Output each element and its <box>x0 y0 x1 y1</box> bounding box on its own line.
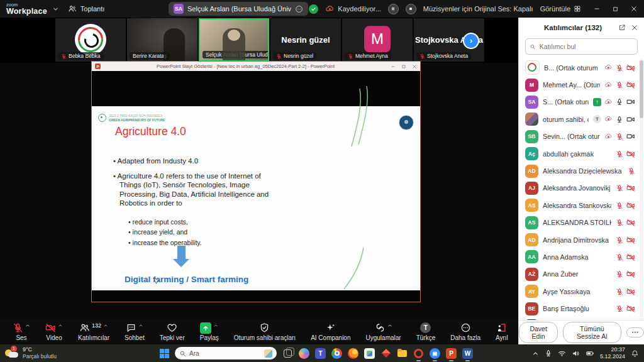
participant-row[interactable]: BE Barış Ertaşoğlu <box>519 300 644 317</box>
powerpoint-taskbar-icon[interactable]: P <box>446 348 457 359</box>
mic-on-icon <box>616 98 623 106</box>
slide-sub-bullets: • reduce input costs, • increase yield, … <box>128 217 202 248</box>
view-button[interactable]: Görüntüle <box>540 5 581 13</box>
minimize-icon[interactable] <box>593 5 601 13</box>
chat-button[interactable]: Sohbet <box>125 322 145 341</box>
participant-row[interactable]: B... (Ortak oturum sahibi, ben) <box>519 59 644 76</box>
teams-icon[interactable]: T <box>315 348 326 359</box>
host-tools-button[interactable]: Oturum sahibi araçları <box>234 322 296 341</box>
zoom-app-icon[interactable]: ▣ <box>430 348 440 359</box>
chevron-up-icon[interactable] <box>387 323 392 328</box>
more-button[interactable]: Daha fazla <box>450 322 480 341</box>
minimize-icon[interactable] <box>391 64 396 69</box>
video-button[interactable]: Video <box>45 322 63 341</box>
participant-row[interactable]: Aç abdullah çakmak <box>519 145 644 162</box>
video-tile-nesrin[interactable]: Nesrin güzel Nesrin güzel <box>270 18 341 62</box>
video-tile-bebka[interactable]: Bebka Bebka <box>55 18 126 62</box>
mic-muted-icon <box>616 133 623 140</box>
next-videos-button[interactable]: › <box>463 33 479 49</box>
participant-search[interactable] <box>525 38 638 55</box>
ai-companion-button[interactable]: AI Companion <box>311 322 350 341</box>
start-button[interactable] <box>160 349 169 358</box>
powerpoint-icon: P <box>95 63 101 69</box>
avatar: Aç <box>525 147 538 160</box>
ellipsis-icon[interactable] <box>295 5 303 13</box>
photos-app-icon[interactable] <box>364 348 375 359</box>
powerpoint-window[interactable]: P PowerPoint Slayt Gösterisi - [New tec … <box>91 61 421 302</box>
mute-all-button[interactable]: Tümünü Sessize Al <box>563 322 621 343</box>
word-taskbar-icon[interactable]: W <box>462 348 473 359</box>
participant-row[interactable]: AJ Aleksandra Jovanovikj <box>519 180 644 197</box>
maximize-icon[interactable] <box>401 64 406 69</box>
task-view-icon[interactable] <box>282 348 293 359</box>
volume-icon[interactable] <box>572 349 580 358</box>
notification-bell-icon[interactable] <box>631 349 639 358</box>
mic-muted-icon <box>348 53 353 59</box>
chevron-up-icon[interactable] <box>25 323 30 328</box>
tab-meeting[interactable]: Toplantı <box>68 4 105 13</box>
diamond-app-icon[interactable] <box>380 348 391 359</box>
camera-muted-icon <box>626 236 635 244</box>
chevron-up-icon[interactable] <box>138 323 143 328</box>
chevron-down-icon[interactable] <box>52 6 59 13</box>
recording-icon <box>604 81 613 89</box>
tray-chevron-icon[interactable] <box>532 350 539 357</box>
video-tile-selcuk-active-speaker[interactable]: Selçuk Arslan (Bursa Ulud... <box>199 18 269 62</box>
stop-recording-button[interactable] <box>406 4 416 14</box>
mic-muted-icon <box>616 305 623 312</box>
participants-list[interactable]: B... (Ortak oturum sahibi, ben) M Mehmet… <box>519 59 644 320</box>
participant-row[interactable]: AY Ayşe Yassıkaya <box>519 283 644 300</box>
taskbar-search[interactable]: Ara <box>175 347 277 359</box>
popout-icon[interactable] <box>618 24 626 31</box>
clock[interactable]: 20:37 5.12.2024 <box>600 346 625 360</box>
close-icon[interactable] <box>412 64 417 69</box>
invite-button[interactable]: Davet Edin <box>519 322 558 343</box>
opera-icon[interactable] <box>413 348 424 359</box>
participant-row[interactable]: AA Anna Adamska <box>519 248 644 265</box>
chrome-icon[interactable] <box>331 348 342 359</box>
participant-row[interactable]: oturum sahibi, çevirmen) T <box>519 111 644 128</box>
react-button[interactable]: Tepki ver <box>160 322 185 341</box>
close-icon[interactable] <box>630 5 638 13</box>
battery-icon[interactable] <box>586 349 594 358</box>
chevron-up-icon[interactable] <box>103 323 108 328</box>
participant-row[interactable]: AD Andrijana Dimitrovska <box>519 231 644 248</box>
pause-recording-button[interactable] <box>388 4 399 14</box>
video-tile-berire[interactable]: Berire Karataş <box>127 18 197 62</box>
search-input[interactable] <box>538 42 633 51</box>
participants-button[interactable]: 132 Katılımcılar <box>78 322 109 341</box>
camera-muted-icon <box>626 304 635 313</box>
participant-row[interactable]: AD Aleksandra Dzięcielewska <box>519 162 644 179</box>
file-explorer-icon[interactable] <box>397 348 408 359</box>
tray-mic-icon[interactable] <box>545 349 552 357</box>
close-icon[interactable] <box>631 24 638 31</box>
security-shield-icon[interactable] <box>309 4 318 14</box>
participants-more-button[interactable]: ⋯ <box>626 327 644 337</box>
share-button[interactable]: Paylaş <box>200 322 219 341</box>
interpretation-button[interactable]: T Türkçe <box>416 322 436 341</box>
participant-row[interactable]: SB Sevin... (Ortak oturum sahibi) <box>519 128 644 145</box>
maximize-icon[interactable] <box>612 6 619 13</box>
mic-muted-icon <box>628 167 635 175</box>
chevron-up-icon[interactable] <box>213 323 218 328</box>
chevron-up-icon[interactable] <box>58 323 63 328</box>
video-tile-mehmet[interactable]: M Mehmet Ayna <box>342 18 413 62</box>
active-speaker-pill[interactable]: SA Selçuk Arslan (Bursa Uludağ Üniv <box>169 2 308 16</box>
participant-row[interactable]: M Mehmet Ay... (Oturum Sahibi) <box>519 76 644 93</box>
participant-row[interactable]: AS Aleksandra Stankovska Jovanovs... <box>519 197 644 214</box>
wifi-icon[interactable] <box>558 349 566 358</box>
leave-button[interactable]: Ayrıl <box>496 322 508 341</box>
avatar: BE <box>525 302 538 315</box>
participant-row[interactable]: AŻ Anna Żuber <box>519 266 644 283</box>
participant-row[interactable]: AS ALEKSANDRA STOILKOVSKA <box>519 214 644 231</box>
apps-button[interactable]: Uygulamalar <box>366 322 401 341</box>
firefox-icon[interactable] <box>348 348 358 359</box>
participant-name: S... (Ortak oturum sahibi) <box>543 98 589 106</box>
original-sound-status[interactable]: Müzisyenler için Orijinal Ses: Kapalı <box>423 5 533 13</box>
copilot-icon[interactable] <box>299 348 309 359</box>
scrollbar-thumb[interactable] <box>640 60 643 118</box>
audio-button[interactable]: Ses <box>13 322 30 341</box>
participant-row[interactable]: SA S... (Ortak oturum sahibi) ↑ <box>519 94 644 111</box>
participant-name: abdullah çakmak <box>543 150 611 158</box>
weather-widget[interactable]: 1 9°C Parçalı bulutlu <box>0 346 99 359</box>
